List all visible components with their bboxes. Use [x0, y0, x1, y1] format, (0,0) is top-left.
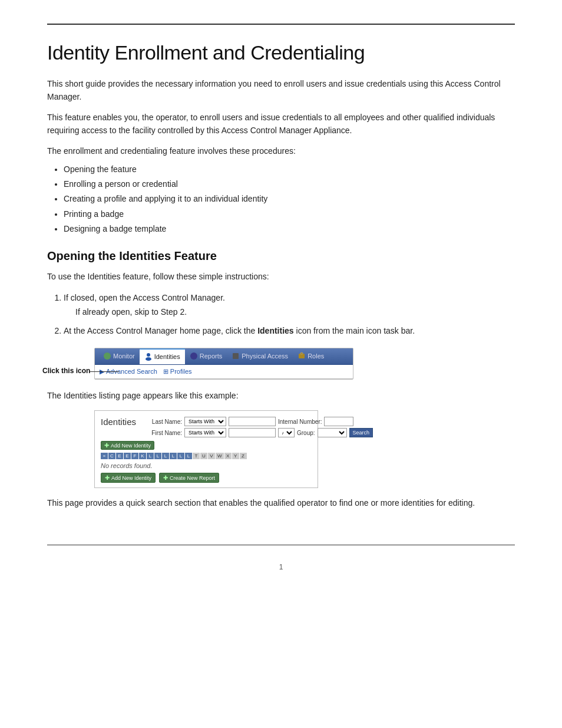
internal-number-input[interactable]: [324, 417, 353, 426]
first-name-input[interactable]: [229, 428, 276, 437]
create-new-report-button[interactable]: ✚ Create New Report: [159, 473, 219, 483]
monitor-icon: [103, 352, 111, 360]
page-btn-x1: X: [224, 453, 232, 459]
bottom-plus-icon: ✚: [105, 475, 110, 481]
add-new-identity-label: Add New Identity: [111, 443, 151, 449]
add-new-row: ✚ Add New Identity: [101, 441, 312, 450]
page-btn-l3[interactable]: L: [162, 453, 169, 459]
svg-rect-6: [300, 353, 303, 354]
bottom-add-identity-button[interactable]: ✚ Add New Identity: [101, 473, 156, 483]
roles-icon: [297, 352, 306, 360]
svg-rect-4: [233, 353, 239, 359]
procedures-label: The enrollment and credentialing feature…: [47, 144, 515, 157]
first-name-select[interactable]: Starts With: [184, 428, 226, 437]
page-container: Identity Enrollment and Credentialing Th…: [0, 0, 562, 728]
first-name-row: First Name: Starts With And Group: Searc…: [148, 428, 373, 437]
reports-icon: [190, 352, 198, 360]
page-btn-e1[interactable]: E: [116, 453, 123, 459]
page-btn-c[interactable]: C: [108, 453, 115, 459]
last-name-row: Last Name: Starts With Internal Number:: [148, 417, 373, 426]
toolbar-identities-label: Identities: [154, 353, 180, 360]
page-btn-l6[interactable]: L: [185, 453, 192, 459]
page-btn-l2[interactable]: L: [154, 453, 161, 459]
page-btn-l4[interactable]: L: [170, 453, 177, 459]
no-records-text: No records found.: [101, 462, 312, 469]
and-select[interactable]: And: [278, 428, 295, 437]
toolbar-monitor-label: Monitor: [113, 353, 135, 360]
step-2-bold: Identities: [257, 326, 293, 335]
page-btn-e2[interactable]: E: [124, 453, 131, 459]
listing-appears-label: The Identities listing page appears like…: [47, 389, 515, 402]
screenshot-annotation-area: Click this icon Monitor Ide: [47, 348, 515, 380]
profiles-label: Profiles: [170, 368, 192, 375]
section1-intro: To use the Identities feature, follow th…: [47, 270, 515, 283]
page-btn-f[interactable]: F: [131, 453, 138, 459]
step-2-text: At the Access Control Manager home page,…: [64, 326, 255, 335]
add-new-identity-button[interactable]: ✚ Add New Identity: [101, 441, 154, 450]
physical-access-icon: [232, 352, 240, 360]
toolbar-roles-label: Roles: [308, 353, 324, 360]
group-select[interactable]: [318, 428, 347, 437]
last-name-input[interactable]: [229, 417, 276, 426]
search-form: Last Name: Starts With Internal Number: …: [148, 417, 373, 437]
toolbar-screenshot: Monitor Identities Reports: [94, 348, 353, 380]
page-btn-l1[interactable]: L: [147, 453, 154, 459]
intro-paragraph-2: This feature enables you, the operator, …: [47, 111, 515, 137]
svg-point-3: [190, 353, 197, 360]
page-btn-z1: Z: [240, 453, 247, 459]
page-btn-t1: T: [193, 453, 200, 459]
step-1-text: If closed, open the Access Control Manag…: [64, 293, 225, 302]
toolbar-roles[interactable]: Roles: [293, 348, 329, 364]
section1-heading: Opening the Identities Feature: [47, 249, 515, 263]
step-2: At the Access Control Manager home page,…: [64, 324, 515, 338]
svg-point-2: [146, 357, 151, 361]
identities-listing-mockup: Identities Last Name: Starts With Intern…: [94, 410, 318, 488]
bullet-1: Opening the feature: [64, 162, 515, 177]
first-name-label: First Name:: [148, 430, 182, 436]
page-btn-v1: V: [208, 453, 215, 459]
sub-toolbar: ▶ Advanced Search ⊞ Profiles: [95, 365, 353, 379]
bullet-4: Printing a badge: [64, 207, 515, 222]
last-name-label: Last Name:: [148, 419, 182, 425]
group-label: Group:: [297, 430, 315, 436]
toolbar-identities[interactable]: Identities: [140, 348, 185, 364]
page-btn-y1: Y: [232, 453, 239, 459]
pagination-row: « C E E F K L L L L L L T U V W X Y Z: [101, 453, 312, 459]
svg-point-1: [147, 353, 150, 357]
page-btn-l5[interactable]: L: [177, 453, 184, 459]
bottom-add-label: Add New Identity: [111, 475, 151, 481]
bullet-5: Designing a badge template: [64, 222, 515, 236]
listing-header: Identities Last Name: Starts With Intern…: [101, 417, 312, 437]
grid-icon: ⊞: [163, 368, 168, 375]
steps-list: If closed, open the Access Control Manag…: [64, 291, 515, 338]
procedures-list: Opening the feature Enrolling a person o…: [64, 162, 515, 236]
last-name-select[interactable]: Starts With: [184, 417, 226, 426]
closing-text: This page provides a quick search sectio…: [47, 496, 515, 509]
toolbar-reports-label: Reports: [200, 353, 223, 360]
report-plus-icon: ✚: [163, 475, 168, 481]
bullet-2: Enrolling a person or credential: [64, 177, 515, 192]
top-rule: [47, 24, 515, 25]
step-1-sub: If already open, skip to Step 2.: [75, 305, 515, 319]
identities-listing-title: Identities: [101, 417, 148, 427]
internal-number-label: Internal Number:: [278, 419, 322, 425]
profiles-link[interactable]: ⊞ Profiles: [163, 368, 192, 375]
intro-paragraph-1: This short guide provides the necessary …: [47, 77, 515, 104]
page-btn-u1: U: [200, 453, 207, 459]
search-button[interactable]: Search: [349, 428, 373, 437]
bullet-3: Creating a profile and applying it to an…: [64, 192, 515, 206]
person-icon: [144, 353, 153, 361]
toolbar-monitor[interactable]: Monitor: [98, 348, 140, 364]
step-1: If closed, open the Access Control Manag…: [64, 291, 515, 319]
page-title: Identity Enrollment and Credentialing: [47, 41, 515, 64]
svg-point-0: [104, 353, 111, 360]
page-btn-0[interactable]: «: [101, 453, 108, 459]
bottom-buttons: ✚ Add New Identity ✚ Create New Report: [101, 473, 312, 483]
page-btn-k[interactable]: K: [139, 453, 146, 459]
page-number: 1: [47, 563, 515, 571]
toolbar-reports[interactable]: Reports: [185, 348, 227, 364]
annotation-line: [90, 371, 119, 372]
toolbar-physical-access[interactable]: Physical Access: [227, 348, 293, 364]
click-annotation-label: Click this icon: [42, 367, 90, 375]
plus-icon: ✚: [104, 442, 109, 449]
